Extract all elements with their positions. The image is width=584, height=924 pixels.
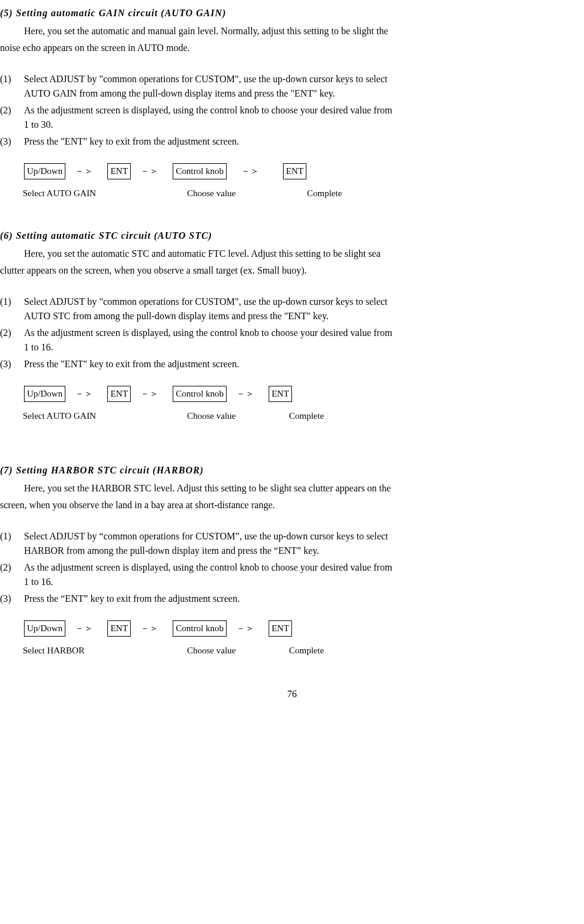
flow-box-updown: Up/Down: [24, 163, 65, 179]
section-5-list: (1) Select ADJUST by "common operations …: [0, 72, 584, 149]
flow-labels: Select AUTO GAIN Choose value Complete: [23, 409, 584, 423]
section-5-intro-1: Here, you set the automatic and manual g…: [0, 24, 584, 38]
list-item: (2) As the adjustment screen is displaye…: [0, 560, 584, 589]
flow-label-select: Select AUTO GAIN: [23, 409, 187, 423]
flow-labels: Select HARBOR Choose value Complete: [23, 644, 584, 658]
list-num: (3): [0, 592, 24, 606]
list-text: As the adjustment screen is displayed, u…: [24, 560, 584, 589]
list-text: Select ADJUST by "common operations for …: [24, 295, 584, 323]
section-6-intro-2: clutter appears on the screen, when you …: [0, 263, 584, 278]
flow-box-control-knob: Control knob: [173, 620, 227, 637]
flow-row: Up/Down －＞ ENT －＞ Control knob －＞ ENT: [24, 386, 584, 402]
flow-box-ent: ENT: [269, 620, 292, 637]
flow-box-ent: ENT: [107, 620, 131, 637]
list-item: (2) As the adjustment screen is displaye…: [0, 326, 584, 355]
list-item: (1) Select ADJUST by "common operations …: [0, 72, 584, 101]
flow-row: Up/Down －＞ ENT －＞ Control knob －＞ ENT: [24, 620, 584, 637]
list-item: (1) Select ADJUST by "common operations …: [0, 295, 584, 323]
arrow-icon: －＞: [227, 164, 283, 178]
page-number: 76: [0, 687, 584, 701]
arrow-icon: －＞: [227, 387, 269, 401]
list-text: As the adjustment screen is displayed, u…: [24, 326, 584, 355]
list-item: (3) Press the “ENT” key to exit from the…: [0, 592, 584, 606]
flow-box-control-knob: Control knob: [173, 386, 227, 402]
list-item: (3) Press the "ENT" key to exit from the…: [0, 357, 584, 371]
flow-box-updown: Up/Down: [24, 386, 65, 402]
flow-box-ent: ENT: [283, 163, 306, 179]
section-6-list: (1) Select ADJUST by "common operations …: [0, 295, 584, 371]
list-num: (2): [0, 560, 24, 589]
section-7-flow: Up/Down －＞ ENT －＞ Control knob －＞ ENT Se…: [24, 620, 584, 657]
arrow-icon: －＞: [131, 622, 173, 635]
flow-box-updown: Up/Down: [24, 620, 65, 637]
flow-box-ent: ENT: [269, 386, 292, 402]
section-6-title: (6) Setting automatic STC circuit (AUTO …: [0, 229, 584, 243]
list-num: (3): [0, 357, 24, 371]
section-7-list: (1) Select ADJUST by “common operations …: [0, 529, 584, 606]
section-5-title: (5) Setting automatic GAIN circuit (AUTO…: [0, 6, 584, 20]
section-6-flow: Up/Down －＞ ENT －＞ Control knob －＞ ENT Se…: [24, 386, 584, 422]
list-num: (1): [0, 72, 24, 101]
flow-label-select: Select HARBOR: [23, 644, 187, 658]
list-text: Select ADJUST by "common operations for …: [24, 72, 584, 101]
list-num: (2): [0, 326, 24, 355]
list-item: (2) As the adjustment screen is displaye…: [0, 103, 584, 132]
list-item: (3) Press the "ENT" key to exit from the…: [0, 134, 584, 149]
arrow-icon: －＞: [227, 622, 269, 635]
arrow-icon: －＞: [65, 622, 107, 635]
section-6-intro-1: Here, you set the automatic STC and auto…: [0, 247, 584, 261]
flow-label-choose: Choose value: [187, 644, 289, 658]
arrow-icon: －＞: [65, 164, 107, 178]
list-text: Press the "ENT" key to exit from the adj…: [24, 357, 584, 371]
list-text: As the adjustment screen is displayed, u…: [24, 103, 584, 132]
arrow-icon: －＞: [65, 387, 107, 401]
flow-box-ent: ENT: [107, 386, 131, 402]
flow-box-ent: ENT: [107, 163, 131, 179]
flow-row: Up/Down －＞ ENT －＞ Control knob －＞ ENT: [24, 163, 584, 179]
section-7-title: (7) Setting HARBOR STC circuit (HARBOR): [0, 463, 584, 478]
list-num: (1): [0, 529, 24, 558]
list-text: Select ADJUST by “common operations for …: [24, 529, 584, 558]
list-item: (1) Select ADJUST by “common operations …: [0, 529, 584, 558]
flow-label-select: Select AUTO GAIN: [23, 187, 187, 200]
list-num: (3): [0, 134, 24, 149]
flow-label-complete: Complete: [289, 409, 324, 423]
section-7-intro-2: screen, when you observe the land in a b…: [0, 498, 584, 512]
arrow-icon: －＞: [131, 164, 173, 178]
section-5-flow: Up/Down －＞ ENT －＞ Control knob －＞ ENT Se…: [24, 163, 584, 200]
list-text: Press the "ENT" key to exit from the adj…: [24, 134, 584, 149]
arrow-icon: －＞: [131, 387, 173, 401]
flow-box-control-knob: Control knob: [173, 163, 227, 179]
list-num: (1): [0, 295, 24, 323]
flow-label-choose: Choose value: [187, 409, 289, 423]
list-num: (2): [0, 103, 24, 132]
flow-label-complete: Complete: [289, 644, 324, 658]
flow-label-choose: Choose value: [187, 187, 307, 200]
flow-label-complete: Complete: [307, 187, 342, 200]
flow-labels: Select AUTO GAIN Choose value Complete: [23, 187, 584, 200]
section-5-intro-2: noise echo appears on the screen in AUTO…: [0, 41, 584, 55]
section-7-intro-1: Here, you set the HARBOR STC level. Adju…: [0, 481, 584, 496]
list-text: Press the “ENT” key to exit from the adj…: [24, 592, 584, 606]
